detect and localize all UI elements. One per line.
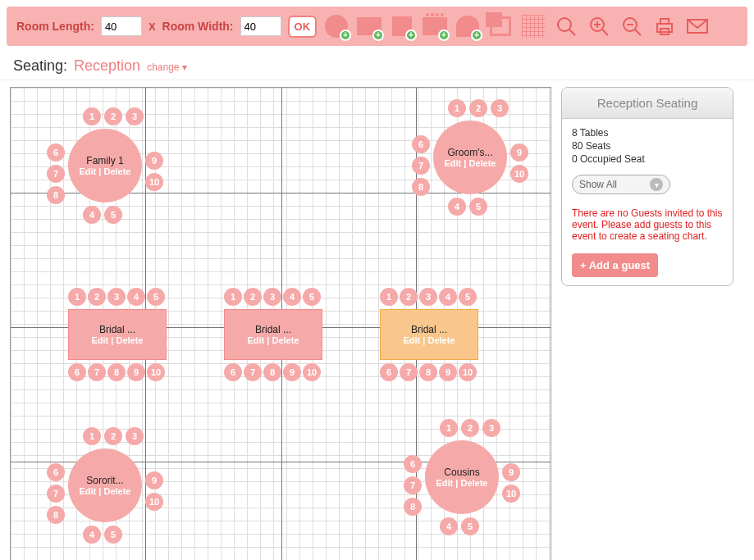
table-actions[interactable]: Edit | Delete [248,335,299,345]
seat[interactable]: 8 [404,498,422,516]
table-bridalb[interactable]: Bridal ...Edit | Delete [224,309,322,360]
seat[interactable]: 6 [380,363,398,381]
seat[interactable]: 1 [448,99,466,117]
seat[interactable]: 2 [104,107,122,125]
add-combo-table-tool[interactable]: + [455,13,481,39]
table-bridala[interactable]: Bridal ...Edit | Delete [68,309,167,360]
seat[interactable]: 2 [104,427,122,445]
seat[interactable]: 10 [459,363,477,381]
table-actions[interactable]: Edit | Delete [92,335,144,345]
change-event-link[interactable]: change ▾ [147,61,187,73]
seat[interactable]: 4 [440,517,458,535]
email-tool[interactable] [684,13,711,39]
add-square-table-tool[interactable]: + [389,13,415,39]
seat[interactable]: 1 [83,107,101,125]
seat[interactable]: 1 [68,288,86,306]
seat[interactable]: 10 [510,165,528,183]
seat[interactable]: 1 [380,288,398,306]
table-actions[interactable]: Edit | Delete [404,335,455,345]
seat[interactable]: 3 [126,107,144,125]
seat[interactable]: 8 [107,363,126,381]
seat[interactable]: 9 [145,152,163,170]
seat[interactable]: 9 [145,471,163,489]
table-actions[interactable]: Edit | Delete [80,486,131,496]
seat[interactable]: 8 [47,506,65,524]
seat[interactable]: 1 [83,427,101,445]
seat[interactable]: 5 [461,517,479,535]
table-family1[interactable]: Family 1Edit | Delete [68,129,142,203]
seat[interactable]: 9 [510,143,528,162]
seat[interactable]: 5 [459,288,477,306]
seat[interactable]: 7 [412,157,430,175]
seat[interactable]: 2 [461,419,479,437]
table-actions[interactable]: Edit | Delete [436,478,488,488]
table-group[interactable]: Family 1Edit | Delete12345678910 [68,129,142,203]
seat[interactable]: 4 [448,198,466,216]
table-actions[interactable]: Edit | Delete [80,166,131,176]
seat[interactable]: 3 [107,288,126,306]
seat[interactable]: 7 [47,485,65,503]
seat[interactable]: 8 [47,186,65,204]
table-group[interactable]: Groom's...Edit | Delete12345678910 [433,121,507,194]
seat[interactable]: 9 [502,463,520,481]
seat[interactable]: 4 [283,288,301,306]
seat[interactable]: 6 [224,363,242,381]
table-sorority[interactable]: Sororit...Edit | Delete [68,448,142,522]
seat[interactable]: 5 [104,206,122,224]
seat[interactable]: 8 [263,363,281,381]
seat[interactable]: 10 [502,485,520,503]
table-actions[interactable]: Edit | Delete [445,158,496,168]
seat[interactable]: 6 [47,143,65,162]
seat[interactable]: 5 [104,526,122,544]
seat[interactable]: 6 [412,135,430,153]
table-bridalc[interactable]: Bridal ...Edit | Delete [380,309,478,360]
seat[interactable]: 3 [263,288,281,306]
seat[interactable]: 2 [400,288,418,306]
ok-button[interactable]: OK [288,16,318,38]
seat[interactable]: 4 [83,526,101,544]
seat[interactable]: 2 [244,288,262,306]
print-tool[interactable] [651,13,678,39]
seat[interactable]: 4 [83,206,101,224]
arrange-tool[interactable] [487,13,514,39]
seat[interactable]: 3 [482,419,500,437]
add-rect-table-tool[interactable]: + [356,13,382,39]
zoom-tool[interactable] [553,13,579,39]
grid-toggle-tool[interactable] [520,13,546,39]
seat[interactable]: 3 [419,288,437,306]
seat[interactable]: 2 [469,99,487,117]
seating-canvas[interactable]: Family 1Edit | Delete12345678910Groom's.… [10,87,551,560]
seat[interactable]: 2 [88,288,106,306]
seat[interactable]: 7 [404,476,422,494]
room-length-input[interactable] [101,16,142,36]
table-group[interactable]: Bridal ...Edit | Delete12345678910 [380,309,478,360]
zoom-in-tool[interactable] [586,13,612,39]
seat[interactable]: 10 [145,173,163,191]
seat[interactable]: 6 [47,463,65,481]
zoom-out-tool[interactable] [619,13,645,39]
seat[interactable]: 1 [440,419,458,437]
table-group[interactable]: CousinsEdit | Delete12345678910 [425,440,499,514]
seat[interactable]: 9 [283,363,301,381]
seat[interactable]: 9 [439,363,457,381]
seat[interactable]: 10 [145,493,163,511]
add-guest-button[interactable]: Add a guest [572,253,658,277]
seat[interactable]: 1 [224,288,242,306]
table-cousins[interactable]: CousinsEdit | Delete [425,440,499,514]
add-head-table-tool[interactable]: + [422,13,448,39]
seat[interactable]: 9 [127,363,145,381]
add-round-table-tool[interactable]: + [323,13,350,39]
seat[interactable]: 7 [400,363,418,381]
seat[interactable]: 6 [404,455,422,473]
table-group[interactable]: Bridal ...Edit | Delete12345678910 [68,309,167,360]
seat[interactable]: 5 [469,198,487,216]
seat[interactable]: 10 [303,363,321,381]
seat[interactable]: 10 [147,363,165,381]
table-grooms[interactable]: Groom's...Edit | Delete [433,121,507,194]
guest-filter-select[interactable]: Show All ▾ [572,175,670,194]
seat[interactable]: 8 [419,363,437,381]
seat[interactable]: 7 [244,363,262,381]
table-group[interactable]: Sororit...Edit | Delete12345678910 [68,448,142,522]
seat[interactable]: 3 [126,427,144,445]
seat[interactable]: 7 [47,165,65,183]
